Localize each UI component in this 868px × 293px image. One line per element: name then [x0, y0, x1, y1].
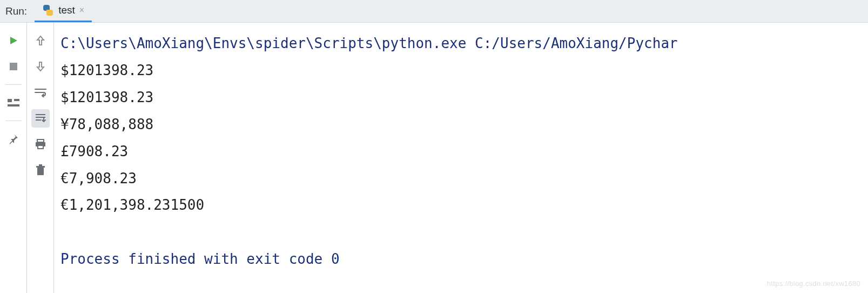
print-button[interactable] [31, 135, 50, 154]
separator [5, 84, 22, 85]
run-label: Run: [0, 0, 35, 22]
console-action-gutter [27, 23, 54, 293]
output-line: £7908.23 [60, 143, 128, 159]
separator [5, 121, 22, 121]
svg-rect-5 [37, 139, 44, 142]
watermark: https://blog.csdn.net/xw1680 [767, 279, 860, 288]
close-icon[interactable]: × [79, 5, 84, 15]
svg-rect-2 [8, 99, 12, 102]
tab-label: test [58, 4, 75, 16]
body: C:\Users\AmoXiang\Envs\spider\Scripts\py… [0, 23, 868, 293]
command-line: C:\Users\AmoXiang\Envs\spider\Scripts\py… [60, 35, 678, 51]
scroll-up-button[interactable] [31, 31, 50, 50]
output-line: €7,908.23 [60, 170, 137, 187]
svg-rect-7 [38, 145, 43, 149]
layout-button[interactable] [4, 94, 23, 112]
left-action-gutter [0, 23, 27, 293]
svg-rect-4 [8, 104, 19, 106]
svg-rect-9 [36, 166, 45, 168]
svg-marker-0 [10, 37, 17, 44]
output-line: $1201398.23 [60, 89, 153, 105]
scroll-to-end-button[interactable] [31, 109, 50, 128]
rerun-button[interactable] [4, 31, 23, 50]
soft-wrap-button[interactable] [31, 83, 50, 102]
svg-rect-10 [39, 164, 42, 166]
output-line: $1201398.23 [60, 62, 153, 78]
pin-button[interactable] [4, 130, 23, 148]
exit-message: Process finished with exit code 0 [60, 251, 340, 267]
run-tool-window: Run: test × [0, 0, 868, 293]
output-line: €1,201,398.231500 [60, 197, 204, 213]
output-line: ¥78,088,888 [60, 116, 153, 132]
clear-all-button[interactable] [31, 161, 50, 179]
console-text: C:\Users\AmoXiang\Envs\spider\Scripts\py… [60, 30, 862, 273]
svg-rect-1 [10, 63, 17, 70]
scroll-down-button[interactable] [31, 57, 50, 76]
run-tab-test[interactable]: test × [35, 0, 92, 22]
python-file-icon [42, 4, 54, 16]
svg-rect-3 [14, 99, 19, 101]
svg-rect-8 [37, 168, 44, 175]
stop-button[interactable] [4, 57, 23, 76]
console-output[interactable]: C:\Users\AmoXiang\Envs\spider\Scripts\py… [54, 23, 868, 293]
header-bar: Run: test × [0, 0, 868, 23]
